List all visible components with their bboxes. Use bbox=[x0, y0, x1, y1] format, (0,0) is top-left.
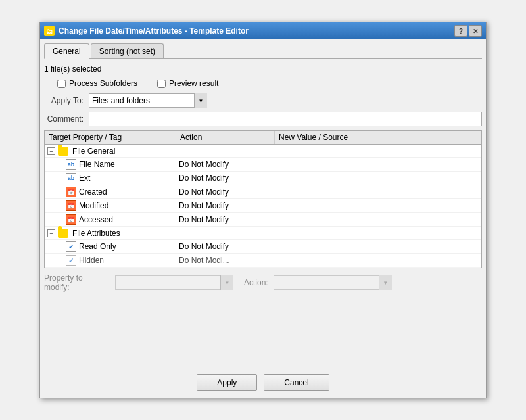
row-accessed[interactable]: 📅 Accessed Do Not Modify bbox=[45, 213, 481, 227]
label-ext: Ext bbox=[79, 174, 90, 183]
bottom-buttons: Apply Cancel bbox=[40, 367, 486, 398]
label-read-only: Read Only bbox=[79, 242, 116, 251]
datetime-icon-created: 📅 bbox=[66, 187, 76, 197]
group-file-general[interactable]: − File General bbox=[45, 145, 481, 158]
cell-file-name: ab File Name bbox=[45, 158, 176, 171]
preview-result-checkbox[interactable] bbox=[157, 80, 166, 88]
expand-icon-attributes[interactable]: − bbox=[47, 229, 55, 237]
tab-sorting[interactable]: Sorting (not set) bbox=[91, 43, 164, 58]
apply-to-select[interactable]: Files and folders Files only Folders onl… bbox=[89, 93, 207, 108]
status-text: 1 file(s) selected bbox=[44, 64, 482, 74]
cell-created: 📅 Created bbox=[45, 185, 176, 198]
tab-bar: General Sorting (not set) bbox=[44, 43, 482, 59]
cancel-button[interactable]: Cancel bbox=[264, 374, 329, 391]
row-file-name[interactable]: ab File Name Do Not Modify bbox=[45, 158, 481, 172]
action-file-name: Do Not Modify bbox=[176, 158, 275, 170]
window-title: Change File Date/Time/Attributes - Templ… bbox=[59, 26, 450, 35]
group-file-general-cell: − File General bbox=[45, 145, 176, 157]
dialog-content: General Sorting (not set) 1 file(s) sele… bbox=[40, 39, 486, 367]
preview-result-text: Preview result bbox=[169, 79, 218, 88]
title-bar-buttons: ? ✕ bbox=[454, 25, 482, 37]
cell-read-only: ✓ Read Only bbox=[45, 240, 176, 253]
header-value: New Value / Source bbox=[275, 131, 481, 144]
apply-to-label: Apply To: bbox=[44, 96, 84, 105]
action-select-wrapper: ▼ bbox=[274, 275, 392, 290]
row-ext[interactable]: ab Ext Do Not Modify bbox=[45, 172, 481, 185]
cell-modified: 📅 Modified bbox=[45, 199, 176, 212]
comment-label: Comment: bbox=[44, 114, 84, 124]
action-select[interactable] bbox=[274, 275, 392, 290]
check-icon-readonly: ✓ bbox=[66, 241, 76, 252]
property-action-row: Property to modify: ▼ Action: ▼ bbox=[44, 273, 482, 292]
action-ext: Do Not Modify bbox=[176, 172, 275, 184]
apply-to-select-wrapper: Files and folders Files only Folders onl… bbox=[89, 93, 207, 108]
action-accessed: Do Not Modify bbox=[176, 214, 275, 225]
action-modified: Do Not Modify bbox=[176, 200, 275, 212]
row-hidden[interactable]: ✓ Hidden Do Not Modi... bbox=[45, 254, 481, 268]
label-hidden: Hidden bbox=[79, 256, 104, 265]
cell-hidden: ✓ Hidden bbox=[45, 254, 176, 267]
group-file-attributes[interactable]: − File Attributes bbox=[45, 227, 481, 240]
close-button[interactable]: ✕ bbox=[469, 25, 482, 37]
expand-icon-general[interactable]: − bbox=[47, 147, 55, 155]
property-modify-wrapper: ▼ bbox=[115, 275, 233, 290]
tree-header: Target Property / Tag Action New Value /… bbox=[45, 131, 481, 145]
process-subfolders-checkbox[interactable] bbox=[57, 80, 66, 88]
help-button[interactable]: ? bbox=[454, 25, 467, 37]
label-file-name: File Name bbox=[79, 160, 115, 169]
action-hidden: Do Not Modi... bbox=[176, 254, 275, 266]
text-icon-ext: ab bbox=[66, 173, 76, 183]
apply-to-row: Apply To: Files and folders Files only F… bbox=[44, 93, 482, 108]
datetime-icon-accessed: 📅 bbox=[66, 214, 76, 225]
comment-input[interactable] bbox=[89, 112, 482, 126]
main-window: 🗂 Change File Date/Time/Attributes - Tem… bbox=[39, 22, 487, 398]
action-label: Action: bbox=[244, 278, 268, 287]
text-icon-filename: ab bbox=[66, 159, 76, 170]
row-created[interactable]: 📅 Created Do Not Modify bbox=[45, 185, 481, 199]
header-property: Target Property / Tag bbox=[45, 131, 176, 144]
datetime-icon-modified: 📅 bbox=[66, 200, 76, 211]
group-file-attributes-cell: − File Attributes bbox=[45, 227, 176, 239]
header-action: Action bbox=[176, 131, 275, 144]
options-row: Process Subfolders Preview result bbox=[44, 79, 482, 88]
label-created: Created bbox=[79, 187, 107, 197]
action-read-only: Do Not Modify bbox=[176, 241, 275, 252]
group-file-attributes-label: File Attributes bbox=[72, 229, 120, 238]
cell-accessed: 📅 Accessed bbox=[45, 213, 176, 226]
label-accessed: Accessed bbox=[79, 215, 113, 224]
group-file-general-label: File General bbox=[72, 147, 115, 156]
property-tree-table[interactable]: Target Property / Tag Action New Value /… bbox=[44, 130, 482, 268]
preview-result-label[interactable]: Preview result bbox=[157, 79, 218, 88]
property-modify-select[interactable] bbox=[115, 275, 233, 290]
main-content-area bbox=[44, 297, 482, 363]
row-modified[interactable]: 📅 Modified Do Not Modify bbox=[45, 199, 481, 213]
cell-ext: ab Ext bbox=[45, 172, 176, 185]
action-created: Do Not Modify bbox=[176, 186, 275, 198]
property-modify-label: Property to modify: bbox=[44, 273, 110, 292]
title-bar: 🗂 Change File Date/Time/Attributes - Tem… bbox=[40, 22, 486, 39]
label-modified: Modified bbox=[79, 201, 108, 210]
apply-button[interactable]: Apply bbox=[197, 374, 257, 391]
comment-row: Comment: bbox=[44, 112, 482, 126]
row-read-only[interactable]: ✓ Read Only Do Not Modify bbox=[45, 240, 481, 254]
folder-icon-attributes bbox=[58, 229, 68, 238]
process-subfolders-label[interactable]: Process Subfolders bbox=[57, 79, 137, 88]
process-subfolders-text: Process Subfolders bbox=[69, 79, 137, 88]
check-icon-hidden: ✓ bbox=[66, 255, 76, 266]
tab-general[interactable]: General bbox=[44, 43, 89, 59]
folder-icon-general bbox=[58, 147, 68, 156]
window-icon: 🗂 bbox=[44, 26, 55, 36]
